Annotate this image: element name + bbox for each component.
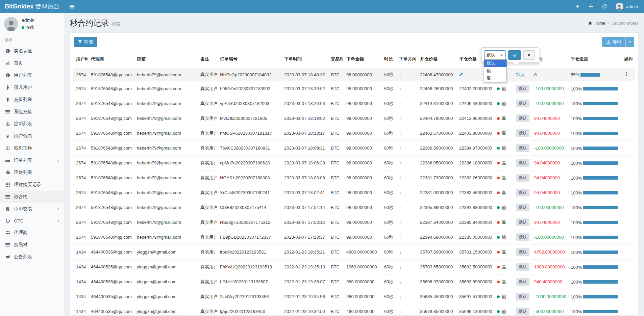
cell-pnl: 94.04000000 xyxy=(531,215,568,230)
breadcrumb-home-link[interactable]: Home xyxy=(594,21,605,26)
progress-bar xyxy=(583,132,618,135)
close-icon xyxy=(527,53,531,57)
editor-option-2[interactable]: 输 xyxy=(484,67,506,75)
edit-close-price-icon[interactable] xyxy=(459,72,464,76)
sidebar-item-announcements[interactable]: 公告列表 xyxy=(0,251,64,263)
cell-duration: 60秒 xyxy=(381,141,396,156)
sidebar-item-withdraw-list[interactable]: 提币列表 xyxy=(0,118,64,130)
export-caret-button[interactable] xyxy=(625,37,634,47)
sidebar-item-second-contract[interactable]: 秒合约 xyxy=(0,191,64,203)
control-badge[interactable]: 默认 xyxy=(516,159,529,167)
cell-direction: ↑ xyxy=(396,230,417,245)
cell-open-price: 22408.26000000 xyxy=(417,81,456,96)
sidebar-item-otc[interactable]: OTC‹ xyxy=(0,215,64,227)
control-badge[interactable]: 默认 xyxy=(516,278,529,286)
cell-email: heberth79@gmail.com xyxy=(134,141,198,156)
editor-option-1[interactable]: 默认 xyxy=(484,60,506,67)
export-button[interactable]: 导出 xyxy=(602,37,625,47)
refresh-icon[interactable] xyxy=(602,4,607,9)
sidebar-item-user-wallet[interactable]: ¥用户钱包 xyxy=(0,130,64,142)
sidebar-item-trade-pairs[interactable]: 交易对 xyxy=(0,239,64,251)
result-dot-icon xyxy=(497,295,500,298)
control-badge[interactable]: 默认 xyxy=(516,100,529,107)
cell-order-no: MvtZfk20230307181902 xyxy=(217,111,281,126)
table-row: 2674591876548@qq.comheberth79@gmail.com真… xyxy=(73,111,635,126)
cell-duration: 60秒 xyxy=(381,185,396,200)
chevron-left-icon: ‹ xyxy=(57,218,59,223)
sidebar-item-coin-trade[interactable]: 币币交易‹ xyxy=(0,203,64,215)
control-badge[interactable]: 默认 xyxy=(516,248,529,256)
cell-actions xyxy=(621,156,635,170)
sidebar-item-label: 钱包币种 xyxy=(14,145,32,151)
control-badge[interactable]: 默认 xyxy=(516,308,529,315)
control-badge[interactable]: 默认 xyxy=(516,263,529,271)
editor-select-value: 默认 xyxy=(487,52,495,58)
sidebar-item-real-name-auth[interactable]: 实名认证 xyxy=(0,45,64,57)
sidebar-item-order-list[interactable]: 订单列表‹ xyxy=(0,154,64,166)
pnl-value: 94.04000000 xyxy=(534,190,560,195)
avatar xyxy=(4,17,18,31)
cell-order-time: 2022-01-23 19:35:13 xyxy=(281,260,328,274)
cell-progress: 100% xyxy=(568,215,621,230)
cell-actions xyxy=(621,96,635,111)
progress-bar xyxy=(583,206,618,209)
sidebar-toggle-button[interactable] xyxy=(64,0,80,13)
cell-order-time: 2022-01-23 19:34:56 xyxy=(281,289,328,304)
editor-option-3[interactable]: 赢 xyxy=(484,75,506,82)
row-actions-menu-icon[interactable] xyxy=(624,72,629,77)
result-dot-icon xyxy=(497,266,500,268)
cell-pair: BTC xyxy=(328,111,344,126)
brand-bold: BitGoldex xyxy=(5,3,33,10)
filter-button[interactable]: 筛选 xyxy=(74,37,97,47)
result-dot-icon xyxy=(497,117,500,120)
sidebar-item-orphan-users[interactable]: 孤儿用户 xyxy=(0,81,64,94)
control-badge[interactable]: 默认 xyxy=(516,174,529,182)
cell-actions xyxy=(621,289,635,304)
sidebar-item-agents[interactable]: 代理商 xyxy=(0,227,64,239)
cell-direction: ↑ xyxy=(396,96,417,111)
control-editable-link[interactable]: 默认 xyxy=(516,72,525,77)
sidebar-item-deposit-list[interactable]: 充值列表 xyxy=(0,94,64,106)
editor-select[interactable]: 默认 xyxy=(484,50,506,60)
sidebar-user-panel: admin 在线 xyxy=(0,13,64,34)
app-logo[interactable]: BitGoldex 管理后台 xyxy=(0,0,64,13)
control-badge[interactable]: 默认 xyxy=(516,129,529,137)
page-title: 秒合约记录列表 xyxy=(70,18,121,28)
editor-cancel-button[interactable] xyxy=(523,50,535,60)
control-badge[interactable]: 默认 xyxy=(516,189,529,196)
control-badge[interactable]: 默认 xyxy=(516,114,529,122)
sidebar-item-wallet-coins[interactable]: 钱包币种 xyxy=(0,142,64,154)
play-icon[interactable] xyxy=(576,4,580,8)
column-header: 订单编号 xyxy=(217,50,281,68)
export-split-button: 导出 xyxy=(602,37,634,47)
grid-icon xyxy=(5,182,10,187)
sidebar-item-label: OTC xyxy=(14,218,24,223)
sidebar-item-user-list[interactable]: 用户列表 xyxy=(0,69,64,81)
cell-order-no: XrCzkM20230307180241 xyxy=(217,185,281,200)
navbar-user-menu[interactable]: admin xyxy=(616,3,638,10)
control-badge[interactable]: 默认 xyxy=(516,293,529,300)
sidebar-item-finance-purchase-records[interactable]: 理财购买记录 xyxy=(0,179,64,191)
cell-open-price: 22394.68000000 xyxy=(417,230,456,245)
cell-control: 默认 xyxy=(513,304,531,316)
cell-order-no: vpAhYJ20230307182003 xyxy=(217,96,281,111)
cell-direction: ↑ xyxy=(396,68,417,81)
cell-pnl: 4702.00000000 xyxy=(531,245,568,260)
cell-control: 默认 xyxy=(513,289,531,304)
progress-percent: 100% xyxy=(571,235,582,240)
box-toolbar: 筛选 导出 xyxy=(73,36,635,50)
fullscreen-icon[interactable] xyxy=(589,4,593,9)
sidebar-item-label: 首页 xyxy=(14,60,23,66)
control-badge[interactable]: 默认 xyxy=(516,233,529,241)
cell-progress: 100% xyxy=(568,156,621,170)
sidebar-item-finance-list[interactable]: 理财列表 xyxy=(0,166,64,179)
control-badge[interactable]: 默认 xyxy=(516,144,529,152)
editor-confirm-button[interactable] xyxy=(508,50,521,60)
cell-agent: 591876548@qq.com xyxy=(88,215,134,230)
control-badge[interactable]: 默认 xyxy=(516,204,529,211)
progress-bar xyxy=(583,117,618,120)
sidebar-item-system-deposit[interactable]: 系统充值 xyxy=(0,106,64,118)
control-badge[interactable]: 默认 xyxy=(516,85,529,93)
control-badge[interactable]: 默认 xyxy=(516,218,529,226)
sidebar-item-home[interactable]: 首页 xyxy=(0,57,64,69)
